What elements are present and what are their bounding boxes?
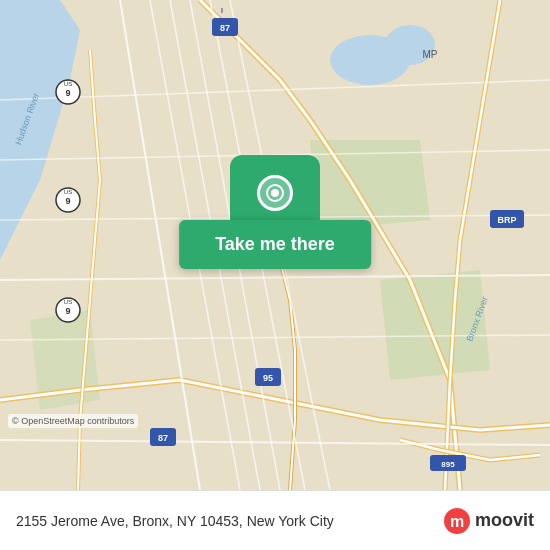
svg-text:US: US xyxy=(64,299,72,305)
moovit-logo: m moovit xyxy=(443,507,534,535)
svg-text:m: m xyxy=(450,513,464,530)
pin-icon xyxy=(257,175,293,211)
svg-text:9: 9 xyxy=(65,88,70,98)
svg-text:895: 895 xyxy=(441,460,455,469)
svg-text:US: US xyxy=(64,189,72,195)
pin-background xyxy=(230,155,320,230)
svg-text:95: 95 xyxy=(263,373,273,383)
svg-text:I: I xyxy=(221,7,223,14)
address-text: 2155 Jerome Ave, Bronx, NY 10453, New Yo… xyxy=(16,513,443,529)
svg-text:BRP: BRP xyxy=(497,215,516,225)
svg-text:87: 87 xyxy=(220,23,230,33)
moovit-text: moovit xyxy=(475,510,534,531)
map-container: 87 I 95 87 BRP 895 9 US 9 US 9 US 1 US M… xyxy=(0,0,550,490)
svg-text:87: 87 xyxy=(158,433,168,443)
osm-attribution: © OpenStreetMap contributors xyxy=(8,414,138,428)
svg-text:9: 9 xyxy=(65,196,70,206)
svg-text:US: US xyxy=(64,81,72,87)
svg-text:MP: MP xyxy=(423,49,438,60)
moovit-icon: m xyxy=(443,507,471,535)
svg-text:9: 9 xyxy=(65,306,70,316)
location-pin xyxy=(230,155,320,230)
take-me-there-button[interactable]: Take me there xyxy=(179,220,371,269)
bottom-bar: 2155 Jerome Ave, Bronx, NY 10453, New Yo… xyxy=(0,490,550,550)
svg-point-41 xyxy=(271,189,279,197)
